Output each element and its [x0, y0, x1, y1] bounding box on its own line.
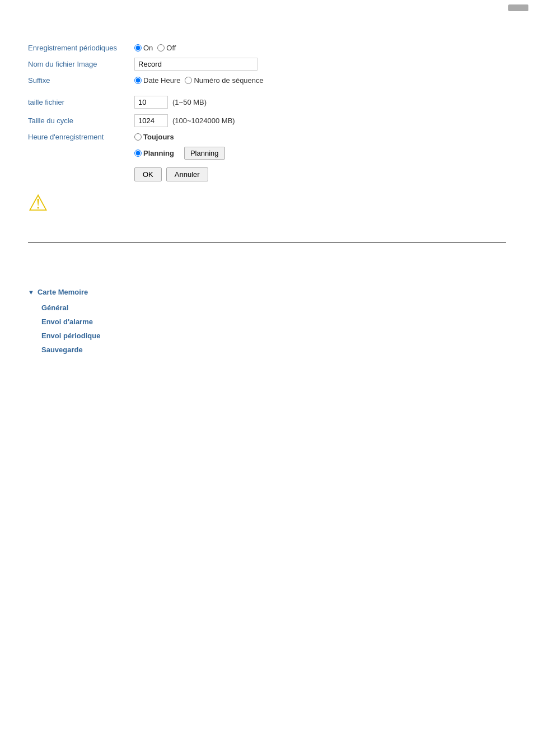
enregistrement-row: Enregistrement périodiques On Off: [28, 44, 506, 52]
suffixe-row: Suffixe Date Heure Numéro de séquence: [28, 76, 506, 85]
toujours-radio[interactable]: [134, 133, 142, 141]
section-top: Enregistrement périodiques On Off Nom du…: [28, 27, 506, 231]
taille-fichier-label: taille fichier: [28, 98, 134, 106]
sidebar-arrow-icon: ▼: [28, 289, 34, 296]
sidebar-items: Général Envoi d'alarme Envoi périodique …: [28, 301, 140, 357]
toujours-text: Toujours: [143, 133, 174, 141]
suffixe-label: Suffixe: [28, 76, 134, 85]
off-radio[interactable]: [157, 44, 165, 52]
nom-fichier-label: Nom du fichier Image: [28, 60, 134, 68]
planning-button[interactable]: Planning: [184, 147, 225, 160]
suffixe-seq-label[interactable]: Numéro de séquence: [185, 76, 263, 85]
top-bar: [0, 0, 534, 16]
sidebar-section-title[interactable]: ▼ Carte Memoire: [28, 288, 140, 296]
annuler-button[interactable]: Annuler: [166, 167, 208, 181]
taille-fichier-row: taille fichier (1~50 MB): [28, 96, 506, 109]
form-buttons-row: OK Annuler: [134, 167, 506, 181]
off-label: Off: [166, 44, 176, 52]
section-divider: [28, 242, 506, 243]
taille-cycle-label: Taille du cycle: [28, 116, 134, 125]
enregistrement-radio-group: On Off: [134, 44, 176, 52]
sidebar-item-general[interactable]: Général: [37, 301, 140, 315]
sidebar-item-sauvegarde[interactable]: Sauvegarde: [37, 343, 140, 357]
suffixe-seq-radio[interactable]: [185, 77, 192, 84]
suffixe-radio-group: Date Heure Numéro de séquence: [134, 76, 264, 85]
taille-cycle-input[interactable]: [134, 114, 168, 127]
ok-button[interactable]: OK: [134, 167, 162, 181]
toujours-radio-label[interactable]: Toujours: [134, 133, 174, 141]
nom-fichier-input[interactable]: [134, 58, 257, 71]
heure-planning-row: Planning Planning: [28, 147, 506, 160]
main-content: Enregistrement périodiques On Off Nom du…: [0, 16, 534, 489]
section-bottom: ▼ Carte Memoire Général Envoi d'alarme E…: [28, 254, 506, 478]
taille-cycle-row: Taille du cycle (100~1024000 MB): [28, 114, 506, 127]
sidebar-item-envoi-periodique[interactable]: Envoi périodique: [37, 329, 140, 343]
sidebar-item-envoi-alarme[interactable]: Envoi d'alarme: [37, 315, 140, 329]
warning-icon: ⚠: [28, 190, 48, 215]
suffixe-date-label[interactable]: Date Heure: [134, 76, 180, 85]
off-radio-label[interactable]: Off: [157, 44, 176, 52]
enregistrement-label: Enregistrement périodiques: [28, 44, 134, 52]
taille-fichier-input[interactable]: [134, 96, 168, 109]
taille-fichier-unit: (1~50 MB): [172, 98, 207, 106]
planning-text: Planning: [143, 149, 174, 157]
form-block: Enregistrement périodiques On Off Nom du…: [28, 44, 506, 214]
top-bar-button[interactable]: [508, 4, 528, 11]
heure-radio-group-toujours: Toujours: [134, 133, 174, 141]
taille-cycle-unit: (100~1024000 MB): [172, 116, 235, 125]
sidebar-menu: ▼ Carte Memoire Général Envoi d'alarme E…: [28, 288, 140, 357]
suffixe-seq-text: Numéro de séquence: [194, 76, 263, 85]
planning-radio-label[interactable]: Planning: [134, 149, 174, 157]
sidebar-section-label: Carte Memoire: [38, 288, 88, 296]
warning-area: ⚠: [28, 192, 506, 214]
nom-fichier-row: Nom du fichier Image: [28, 58, 506, 71]
planning-radio[interactable]: [134, 150, 142, 157]
suffixe-date-text: Date Heure: [143, 76, 180, 85]
on-label: On: [143, 44, 153, 52]
on-radio-label[interactable]: On: [134, 44, 153, 52]
heure-label: Heure d'enregistrement: [28, 133, 134, 141]
heure-toujours-row: Heure d'enregistrement Toujours: [28, 133, 506, 141]
heure-radio-group-planning: Planning Planning: [134, 147, 225, 160]
on-radio[interactable]: [134, 44, 142, 52]
suffixe-date-radio[interactable]: [134, 77, 142, 84]
